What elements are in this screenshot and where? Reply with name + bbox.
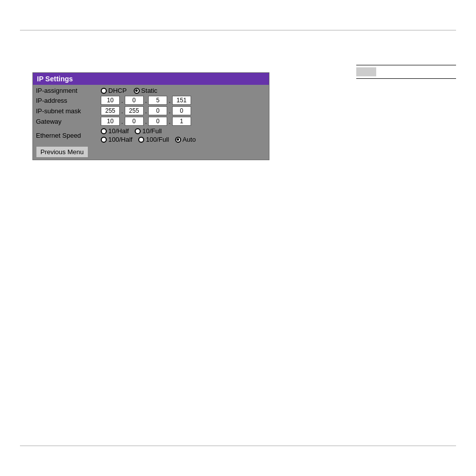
gateway-label: Gateway — [36, 118, 101, 125]
radio-auto-label: Auto — [183, 136, 196, 143]
gateway-row: Gateway . . . — [36, 117, 266, 126]
gateway-octet1[interactable] — [101, 117, 120, 126]
gw-dot-3: . — [169, 118, 171, 125]
ethernet-speed-row: Ethernet Speed 10/Half 10/Full — [36, 127, 266, 143]
bottom-rule — [20, 446, 456, 446]
gateway-octet3[interactable] — [148, 117, 167, 126]
radio-10half-label: 10/Half — [108, 127, 129, 135]
ethernet-speed-options: 10/Half 10/Full 100/Half 100/Ful — [101, 127, 201, 143]
ip-address-octet2[interactable] — [125, 96, 144, 105]
radio-auto[interactable]: Auto — [175, 136, 201, 143]
radio-static[interactable]: Static — [134, 87, 163, 94]
radio-dhcp[interactable]: DHCP — [101, 87, 132, 94]
ethernet-speed-label: Ethernet Speed — [36, 132, 101, 139]
ip-settings-title: IP Settings — [33, 73, 269, 85]
ip-address-octet3[interactable] — [148, 96, 167, 105]
gateway-fields: . . . — [101, 117, 191, 126]
ip-subnet-octet4[interactable] — [172, 106, 191, 115]
radio-dhcp-label: DHCP — [108, 87, 127, 94]
ip-address-octet4[interactable] — [172, 96, 191, 105]
subnet-dot-1: . — [121, 107, 123, 115]
ip-settings-panel: IP Settings IP-assignment DHCP Static IP… — [32, 72, 269, 160]
ip-subnet-octet3[interactable] — [148, 106, 167, 115]
ip-address-row: IP-address . . . — [36, 96, 266, 105]
subnet-dot-2: . — [145, 107, 147, 115]
ip-assignment-label: IP-assignment — [36, 87, 101, 94]
gateway-octet2[interactable] — [125, 117, 144, 126]
right-panel-top-line — [356, 65, 456, 65]
ip-dot-3: . — [169, 97, 171, 104]
radio-100half[interactable]: 100/Half — [101, 136, 137, 143]
radio-100full-label: 100/Full — [146, 136, 169, 143]
ethernet-speed-line1: 10/Half 10/Full — [101, 127, 201, 135]
gw-dot-1: . — [121, 118, 123, 125]
ip-subnet-label: IP-subnet mask — [36, 107, 101, 115]
ip-subnet-row: IP-subnet mask . . . — [36, 106, 266, 115]
gw-dot-2: . — [145, 118, 147, 125]
ip-subnet-octet1[interactable] — [101, 106, 120, 115]
ip-assignment-radio-group: DHCP Static — [101, 87, 162, 94]
radio-static-label: Static — [141, 87, 158, 94]
ip-dot-2: . — [145, 97, 147, 104]
right-panel-bottom-line — [356, 78, 456, 79]
ip-subnet-octet2[interactable] — [125, 106, 144, 115]
gateway-octet4[interactable] — [172, 117, 191, 126]
ip-address-label: IP-address — [36, 97, 101, 104]
radio-10full-label: 10/Full — [142, 127, 162, 135]
radio-10half-circle[interactable] — [101, 128, 107, 134]
radio-100full[interactable]: 100/Full — [138, 136, 174, 143]
ip-address-fields: . . . — [101, 96, 191, 105]
ip-assignment-row: IP-assignment DHCP Static — [36, 87, 266, 94]
right-panel-gray-box — [356, 67, 376, 76]
radio-100half-circle[interactable] — [101, 137, 107, 143]
previous-menu-button[interactable]: Previous Menu — [36, 146, 88, 158]
ip-subnet-fields: . . . — [101, 106, 191, 115]
subnet-dot-3: . — [169, 107, 171, 115]
radio-static-circle[interactable] — [134, 88, 140, 94]
radio-100half-label: 100/Half — [108, 136, 132, 143]
radio-100full-circle[interactable] — [138, 137, 144, 143]
radio-auto-circle[interactable] — [175, 137, 181, 143]
ip-address-octet1[interactable] — [101, 96, 120, 105]
radio-10full[interactable]: 10/Full — [135, 127, 167, 135]
radio-10half[interactable]: 10/Half — [101, 127, 134, 135]
ip-settings-body: IP-assignment DHCP Static IP-address . . — [33, 85, 269, 160]
right-panel — [356, 65, 456, 79]
ethernet-speed-line2: 100/Half 100/Full Auto — [101, 136, 201, 143]
ip-dot-1: . — [121, 97, 123, 104]
radio-10full-circle[interactable] — [135, 128, 141, 134]
radio-dhcp-circle[interactable] — [101, 88, 107, 94]
top-rule — [20, 30, 456, 30]
